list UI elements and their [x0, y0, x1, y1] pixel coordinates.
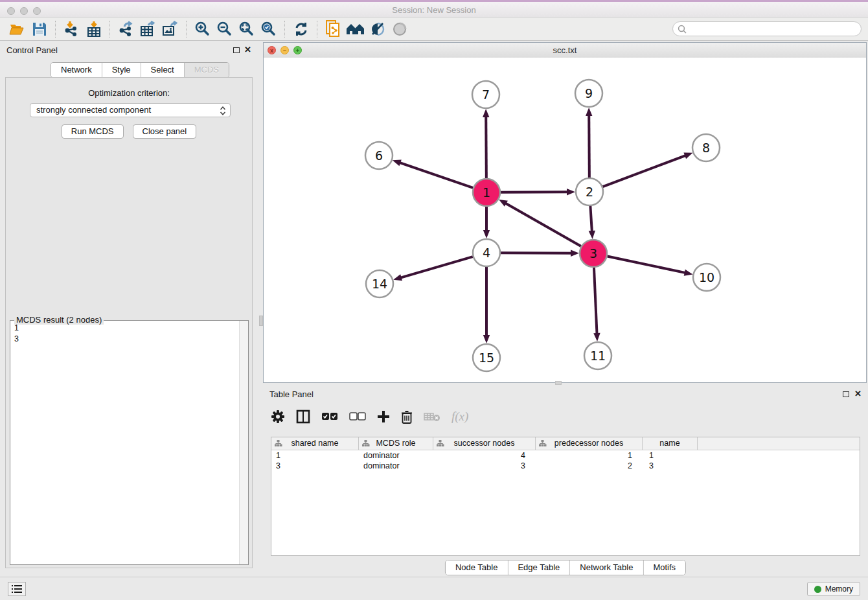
optimization-criterion-select[interactable]: strongly connected component: [30, 103, 231, 117]
edge-arrowhead: [571, 250, 579, 257]
select-all-checkboxes-icon[interactable]: [321, 412, 338, 421]
zoom-in-icon[interactable]: [192, 19, 214, 39]
optimization-criterion-value: strongly connected component: [36, 105, 151, 115]
graph-edge-2-3[interactable]: [590, 206, 592, 233]
save-session-icon[interactable]: [29, 19, 51, 39]
graph-edge-2-9[interactable]: [589, 114, 589, 178]
graph-edge-3-11[interactable]: [594, 268, 597, 335]
graph-edge-3-10[interactable]: [608, 257, 687, 273]
task-history-button[interactable]: [8, 582, 26, 596]
mcds-result-title: MCDS result (2 nodes): [14, 315, 104, 325]
application-window: Session: New Session: [0, 0, 868, 600]
network-window-titlebar[interactable]: x − + scc.txt: [264, 43, 866, 58]
cell-successor-nodes[interactable]: 3: [433, 461, 536, 471]
graph-edge-3-1[interactable]: [505, 203, 581, 246]
zoom-fit-icon[interactable]: [236, 19, 258, 39]
deselect-checkboxes-icon[interactable]: [349, 412, 366, 421]
tab-mcds[interactable]: MCDS: [185, 63, 229, 77]
zoom-selected-icon[interactable]: [258, 19, 280, 39]
mcds-result-line: 1: [14, 323, 19, 334]
node-table[interactable]: shared name MCDS role successor nodes pr…: [271, 437, 860, 556]
edge-arrowhead: [683, 153, 692, 159]
search-input[interactable]: [672, 21, 862, 36]
graph-edge-1-2[interactable]: [501, 192, 569, 192]
main-toolbar: [0, 17, 868, 41]
cell-name[interactable]: 1: [643, 450, 698, 461]
import-table-icon[interactable]: [83, 19, 105, 39]
graph-node-label: 11: [590, 349, 606, 363]
memory-status-icon: [814, 586, 821, 593]
edge-arrowhead: [684, 270, 693, 276]
close-panel-icon[interactable]: ✕: [244, 45, 251, 54]
run-mcds-button[interactable]: Run MCDS: [62, 124, 124, 139]
tab-select[interactable]: Select: [141, 63, 185, 77]
apply-function-icon[interactable]: f(x): [451, 410, 468, 424]
graph-edge-1-6[interactable]: [398, 162, 473, 187]
table-toolbar: f(x): [271, 404, 468, 429]
cell-shared-name[interactable]: 3: [271, 461, 359, 471]
table-row[interactable]: 3 dominator 3 2 3: [271, 461, 860, 471]
edge-arrowhead: [567, 189, 575, 195]
cell-shared-name[interactable]: 1: [271, 450, 359, 461]
control-panel-tabs: Network Style Select MCDS: [51, 62, 229, 78]
mcds-result-lines: 1 3: [14, 323, 19, 345]
edge-arrowhead: [393, 274, 402, 281]
close-panel-button[interactable]: Close panel: [133, 124, 197, 139]
export-table-icon[interactable]: [137, 19, 159, 39]
toolbar-separator: [317, 21, 318, 38]
table-panel: Table Panel ✕: [263, 385, 868, 577]
network-canvas[interactable]: 7968124314101511: [264, 58, 866, 382]
column-header-successor-nodes[interactable]: successor nodes: [433, 437, 536, 450]
tab-network-table[interactable]: Network Table: [570, 560, 643, 575]
result-scrollbar[interactable]: [239, 321, 248, 564]
edge-arrowhead: [499, 200, 508, 207]
tab-style[interactable]: Style: [102, 63, 141, 77]
open-file-icon[interactable]: [6, 19, 29, 39]
graph-edge-2-8[interactable]: [603, 155, 687, 187]
refresh-layout-icon[interactable]: [290, 19, 312, 39]
import-network-icon[interactable]: [61, 19, 83, 39]
graph-edge-4-3[interactable]: [501, 253, 573, 253]
cell-mcds-role[interactable]: dominator: [359, 450, 433, 461]
table-options-gear-icon[interactable]: [271, 410, 285, 424]
delete-column-icon[interactable]: [401, 410, 413, 424]
export-image-icon[interactable]: [159, 19, 181, 39]
tab-network[interactable]: Network: [51, 63, 102, 77]
list-icon: [12, 584, 22, 594]
float-panel-icon[interactable]: [233, 47, 240, 53]
edge-arrowhead: [393, 159, 402, 166]
toggle-graphics-details-icon[interactable]: [367, 19, 389, 39]
tab-edge-table[interactable]: Edge Table: [508, 560, 570, 575]
edge-arrowhead: [483, 230, 490, 238]
graph-node-label: 4: [483, 246, 490, 260]
graph-edge-1-7[interactable]: [486, 115, 486, 178]
table-row[interactable]: 1 dominator 4 1 1: [271, 450, 860, 461]
tab-motifs[interactable]: Motifs: [643, 560, 685, 575]
clone-network-icon[interactable]: [323, 19, 345, 39]
tab-node-table[interactable]: Node Table: [446, 560, 508, 575]
column-layout-icon[interactable]: [296, 410, 310, 424]
close-table-panel-icon[interactable]: ✕: [854, 389, 862, 398]
float-table-panel-icon[interactable]: [843, 391, 849, 397]
graph-edge-4-14[interactable]: [400, 257, 473, 278]
column-header-name[interactable]: name: [643, 437, 698, 450]
column-header-mcds-role[interactable]: MCDS role: [359, 437, 433, 450]
mcds-panel-body: Optimization criterion: strongly connect…: [5, 77, 253, 568]
cell-mcds-role[interactable]: dominator: [359, 461, 433, 471]
mcds-result-box: MCDS result (2 nodes) 1 3: [10, 320, 249, 565]
delete-table-icon[interactable]: [424, 411, 440, 422]
zoom-out-icon[interactable]: [214, 19, 236, 39]
column-header-predecessor-nodes[interactable]: predecessor nodes: [536, 437, 643, 450]
add-column-icon[interactable]: [377, 410, 390, 423]
edge-arrowhead: [586, 108, 592, 116]
column-header-shared-name[interactable]: shared name: [271, 437, 359, 450]
memory-button[interactable]: Memory: [807, 582, 860, 596]
cell-predecessor-nodes[interactable]: 1: [536, 450, 643, 461]
titlebar: Session: New Session: [0, 0, 868, 17]
home-icon[interactable]: [345, 19, 367, 39]
cell-successor-nodes[interactable]: 4: [433, 450, 536, 461]
cell-name[interactable]: 3: [643, 461, 698, 471]
export-network-icon[interactable]: [115, 19, 137, 39]
cell-predecessor-nodes[interactable]: 2: [536, 461, 643, 471]
birds-eye-view-icon[interactable]: [389, 19, 411, 39]
